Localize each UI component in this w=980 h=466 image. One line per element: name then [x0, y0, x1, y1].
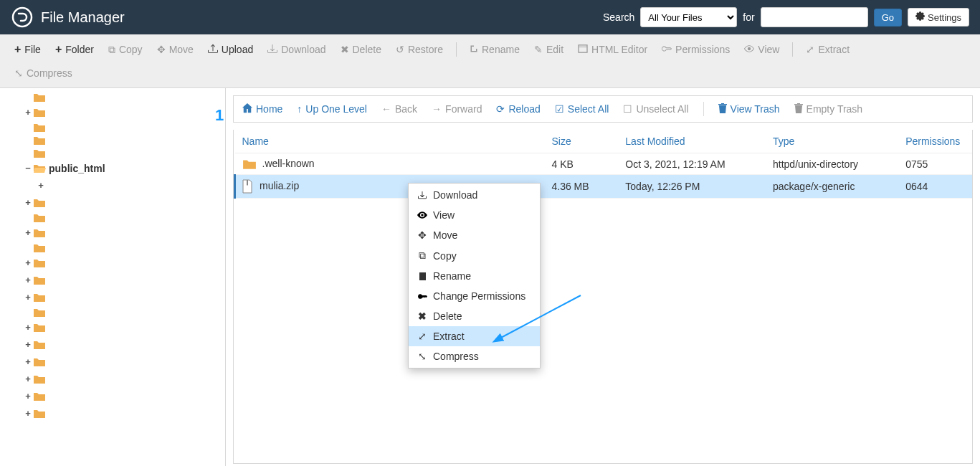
col-size[interactable]: Size: [544, 130, 618, 153]
compress-icon: ⤡: [14, 67, 23, 79]
tree-item[interactable]: +: [0, 289, 225, 306]
file-button[interactable]: +File: [9, 40, 47, 59]
reload-button[interactable]: ⟳Reload: [496, 103, 540, 115]
tree-item[interactable]: +: [0, 255, 225, 272]
html-editor-icon: [578, 44, 588, 55]
rename-button[interactable]: Rename: [464, 41, 525, 58]
col-name[interactable]: Name: [235, 130, 545, 153]
restore-icon: ↺: [396, 44, 404, 55]
tree-item[interactable]: +: [0, 319, 225, 336]
search-area: Search All Your Files for Go Settings: [603, 7, 969, 27]
ctx-extract[interactable]: ⤢Extract: [409, 326, 540, 346]
home-button[interactable]: Home: [242, 103, 282, 115]
separator: [456, 42, 457, 57]
folder-button[interactable]: +Folder: [49, 40, 100, 59]
view-trash-button[interactable]: View Trash: [718, 103, 780, 115]
download-button[interactable]: Download: [262, 41, 331, 59]
extract-button[interactable]: ⤢Extract: [800, 41, 855, 58]
tree-item-selected[interactable]: −public_html: [0, 160, 225, 177]
ctx-delete[interactable]: ✖Delete: [409, 306, 540, 326]
ctx-view[interactable]: View: [409, 205, 540, 225]
tree-item[interactable]: +: [0, 336, 225, 353]
trash-icon: [718, 103, 727, 115]
empty-trash-button[interactable]: Empty Trash: [794, 103, 863, 115]
uncheck-icon: ☐: [623, 103, 632, 115]
for-label: for: [743, 11, 754, 23]
upload-button[interactable]: Upload: [202, 41, 259, 59]
trash-icon: [794, 103, 803, 115]
unselect-all-button[interactable]: ☐Unselect All: [623, 103, 688, 115]
ctx-rename[interactable]: Rename: [409, 266, 540, 286]
gear-icon: [915, 11, 925, 23]
svg-point-2: [748, 47, 751, 49]
move-button[interactable]: ✥Move: [151, 41, 199, 58]
tree-item[interactable]: +: [0, 272, 225, 289]
tree-item[interactable]: [0, 121, 225, 134]
download-icon: [417, 191, 427, 199]
tree-item[interactable]: [0, 147, 225, 160]
tree-item[interactable]: [0, 134, 225, 147]
col-modified[interactable]: Last Modified: [618, 130, 766, 153]
html-editor-button[interactable]: HTML Editor: [572, 41, 653, 58]
compress-button[interactable]: ⤡Compress: [9, 65, 78, 82]
download-icon: [267, 44, 277, 56]
tree-item[interactable]: +: [0, 388, 225, 405]
home-icon: [242, 103, 252, 115]
settings-button[interactable]: Settings: [908, 8, 969, 27]
extract-icon: ⤢: [806, 44, 814, 55]
file-table-wrap: Name Size Last Modified Type Permissions…: [233, 130, 973, 464]
ctx-change-permissions[interactable]: Change Permissions: [409, 286, 540, 306]
eye-icon: [417, 211, 427, 219]
go-button[interactable]: Go: [874, 9, 902, 27]
tree-item[interactable]: [0, 91, 225, 104]
package-icon: [241, 179, 254, 194]
back-button[interactable]: ←Back: [381, 103, 417, 115]
ctx-download[interactable]: Download: [409, 185, 540, 205]
tree-item[interactable]: +: [0, 104, 225, 121]
table-row-selected[interactable]: mulia.zip 4.36 MB Today, 12:26 PM packag…: [235, 175, 973, 199]
eye-icon: [744, 44, 754, 56]
sidebar-tree[interactable]: + −public_html + + + + + + + + + + + +: [0, 88, 226, 466]
select-all-button[interactable]: ☑Select All: [555, 103, 609, 115]
forward-button[interactable]: →Forward: [432, 103, 482, 115]
move-icon: ✥: [417, 229, 427, 241]
tree-item[interactable]: +: [0, 224, 225, 242]
search-input[interactable]: [761, 7, 868, 27]
delete-button[interactable]: ✖Delete: [335, 41, 387, 58]
tree-item[interactable]: +: [0, 177, 225, 194]
edit-button[interactable]: ✎Edit: [528, 41, 569, 58]
col-permissions[interactable]: Permissions: [898, 130, 972, 153]
ctx-copy[interactable]: ⧉Copy: [409, 245, 540, 266]
delete-icon: ✖: [341, 44, 349, 55]
restore-button[interactable]: ↺Restore: [390, 41, 449, 58]
extract-icon: ⤢: [417, 331, 427, 342]
cpanel-icon: [11, 6, 34, 29]
view-button[interactable]: View: [738, 41, 785, 59]
copy-button[interactable]: ⧉Copy: [103, 41, 148, 59]
rename-icon: [470, 44, 478, 55]
tree-item[interactable]: +: [0, 371, 225, 388]
file-table: Name Size Last Modified Type Permissions…: [234, 130, 972, 199]
move-icon: ✥: [157, 44, 166, 55]
permissions-button[interactable]: Permissions: [656, 41, 736, 59]
col-type[interactable]: Type: [766, 130, 898, 153]
table-row[interactable]: .well-known 4 KB Oct 3, 2021, 12:19 AM h…: [235, 153, 973, 175]
ctx-compress[interactable]: ⤡Compress: [409, 346, 540, 366]
annotation-number: 1: [215, 106, 224, 125]
up-button[interactable]: ↑Up One Level: [297, 103, 367, 115]
search-scope-select[interactable]: All Your Files: [640, 7, 737, 27]
app-title: File Manager: [41, 9, 125, 26]
rename-icon: [417, 272, 427, 281]
tree-item[interactable]: [0, 242, 225, 255]
separator: [792, 42, 793, 57]
reload-icon: ⟳: [496, 103, 505, 115]
tree-item[interactable]: +: [0, 405, 225, 422]
svg-point-3: [421, 214, 424, 217]
tree-item[interactable]: +: [0, 353, 225, 371]
tree-item[interactable]: [0, 211, 225, 224]
svg-point-0: [13, 8, 32, 27]
tree-item[interactable]: +: [0, 194, 225, 211]
forward-icon: →: [432, 103, 442, 115]
ctx-move[interactable]: ✥Move: [409, 225, 540, 245]
tree-item[interactable]: [0, 306, 225, 319]
